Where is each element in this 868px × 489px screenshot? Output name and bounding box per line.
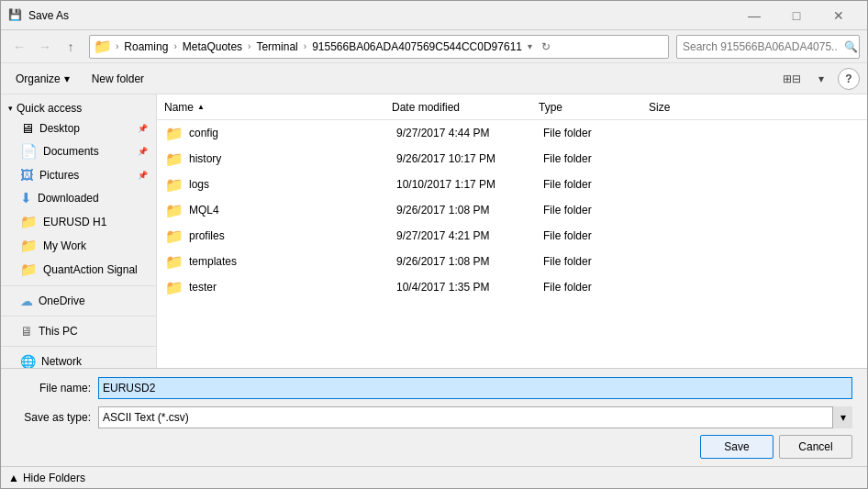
col-name-header[interactable]: Name ▲ [164,101,384,114]
filetype-select[interactable]: ASCII Text (*.csv) [98,406,852,428]
table-row[interactable]: 📁 history 9/26/2017 10:17 PM File folder [157,146,867,172]
save-as-dialog: 💾 Save As — □ ✕ ← → ↑ 📁 › Roaming › Meta… [0,0,868,489]
sidebar-item-eurusd[interactable]: 📁 EURUSD H1 [1,210,156,234]
thispc-section: 🖥 This PC [1,320,156,342]
crumb-terminal[interactable]: Terminal [252,39,301,55]
filetype-row: Save as type: ASCII Text (*.csv) ▾ [16,406,852,429]
minimize-button[interactable]: — [733,4,775,28]
maximize-button[interactable]: □ [775,4,818,28]
organize-label: Organize [16,72,61,85]
forward-button[interactable]: → [34,36,56,58]
desktop-icon: 🖥 [20,120,34,136]
folder-icon: 📁 [165,228,184,245]
sidebar-item-onedrive[interactable]: ☁ OneDrive [1,290,156,312]
file-name: config [189,127,389,139]
quantaction-folder-icon: 📁 [20,261,38,278]
col-type-header[interactable]: Type [531,101,641,114]
file-date: 9/26/2017 1:08 PM [389,204,536,217]
table-row[interactable]: 📁 templates 9/26/2017 1:08 PM File folde… [157,249,867,274]
address-refresh-button[interactable]: ↻ [536,37,556,57]
crumb-roaming[interactable]: Roaming [120,39,172,55]
col-size-label: Size [649,101,670,114]
folder-icon: 📁 [165,176,184,194]
sidebar-divider-2 [1,316,156,317]
crumb-guid[interactable]: 915566BA06ADA407569C544CC0D97611 [308,39,526,55]
col-size-header[interactable]: Size [641,101,860,114]
cancel-button[interactable]: Cancel [779,435,852,459]
file-type: File folder [536,127,646,139]
sidebar-item-downloaded[interactable]: ⬇ Downloaded [1,186,156,210]
table-row[interactable]: 📁 MQL4 9/26/2017 1:08 PM File folder [157,197,867,223]
window-icon: 💾 [8,8,23,23]
search-input[interactable] [676,35,860,59]
col-date-header[interactable]: Date modified [384,101,531,114]
crumb-separator-0: › [116,41,118,51]
sidebar-item-thispc[interactable]: 🖥 This PC [1,320,156,342]
table-row[interactable]: 📁 config 9/27/2017 4:44 PM File folder [157,120,867,146]
file-name: logs [189,178,389,191]
table-row[interactable]: 📁 logs 10/10/2017 1:17 PM File folder [157,172,867,197]
view-dropdown-button[interactable]: ▾ [808,68,834,90]
sidebar: ▾ Quick access 🖥 Desktop 📌 📄 Documents 📌… [1,94,157,368]
file-date: 9/27/2017 4:21 PM [389,229,536,242]
back-button[interactable]: ← [8,36,30,58]
crumb-dropdown-arrow: ▾ [528,41,532,51]
thispc-icon: 🖥 [20,324,33,339]
sidebar-divider-3 [1,346,156,347]
table-row[interactable]: 📁 tester 10/4/2017 1:35 PM File folder [157,274,867,300]
organize-button[interactable]: Organize ▾ [8,69,77,89]
mywork-folder-icon: 📁 [20,238,38,254]
crumb-metaquotes[interactable]: MetaQuotes [179,39,246,55]
sidebar-onedrive-label: OneDrive [39,295,85,307]
table-row[interactable]: 📁 profiles 9/27/2017 4:21 PM File folder [157,223,867,249]
sidebar-item-documents[interactable]: 📄 Documents 📌 [1,139,156,163]
window-controls: — □ ✕ [733,4,860,28]
sidebar-divider-1 [1,285,156,286]
onedrive-icon: ☁ [20,294,33,308]
sidebar-item-quantaction[interactable]: 📁 QuantAction Signal [1,258,156,282]
bottom-buttons: Save Cancel [16,435,852,459]
crumb-separator-3: › [304,41,306,51]
pictures-icon: 🖼 [20,167,34,183]
view-mode-button[interactable]: ⊞⊟ [779,68,805,90]
sidebar-item-network[interactable]: 🌐 Network [1,350,156,368]
main-content: ▾ Quick access 🖥 Desktop 📌 📄 Documents 📌… [1,94,867,368]
sidebar-documents-label: Documents [43,145,99,158]
network-section: 🌐 Network [1,350,156,368]
up-button[interactable]: ↑ [60,36,82,58]
onedrive-section: ☁ OneDrive [1,290,156,312]
sidebar-mywork-label: My Work [43,239,86,252]
address-bar[interactable]: 📁 › Roaming › MetaQuotes › Terminal › 91… [89,35,669,59]
hide-folders-button[interactable]: ▲ Hide Folders [8,472,85,484]
hide-folders-label: Hide Folders [23,472,85,484]
window-title: Save As [28,9,733,22]
action-toolbar: Organize ▾ New folder ⊞⊟ ▾ ? [1,63,867,94]
file-name: profiles [189,229,389,242]
sidebar-thispc-label: This PC [39,325,78,338]
file-date: 9/26/2017 1:08 PM [389,255,536,268]
sidebar-desktop-label: Desktop [39,122,80,135]
file-type: File folder [536,204,646,217]
sidebar-item-pictures[interactable]: 🖼 Pictures 📌 [1,163,156,186]
filename-input[interactable] [98,377,852,399]
quick-access-header[interactable]: ▾ Quick access [1,98,156,117]
save-button[interactable]: Save [700,435,773,459]
status-bar: ▲ Hide Folders [1,466,867,488]
title-bar: 💾 Save As — □ ✕ [1,1,867,30]
search-button[interactable]: 🔍 [844,40,858,53]
close-button[interactable]: ✕ [818,4,860,28]
sidebar-item-mywork[interactable]: 📁 My Work [1,234,156,258]
sidebar-item-desktop[interactable]: 🖥 Desktop 📌 [1,117,156,139]
new-folder-button[interactable]: New folder [84,69,151,89]
eurusd-folder-icon: 📁 [20,214,38,230]
folder-icon: 📁 [165,125,184,142]
file-type: File folder [536,255,646,268]
file-date: 9/26/2017 10:17 PM [389,152,536,165]
pin-icon-desktop: 📌 [138,124,148,133]
file-name: history [189,152,389,165]
new-folder-label: New folder [92,72,144,85]
sidebar-eurusd-label: EURUSD H1 [43,216,106,228]
pin-icon-pictures: 📌 [138,171,148,180]
file-area: Name ▲ Date modified Type Size 📁 config … [157,94,867,368]
help-button[interactable]: ? [838,68,860,90]
